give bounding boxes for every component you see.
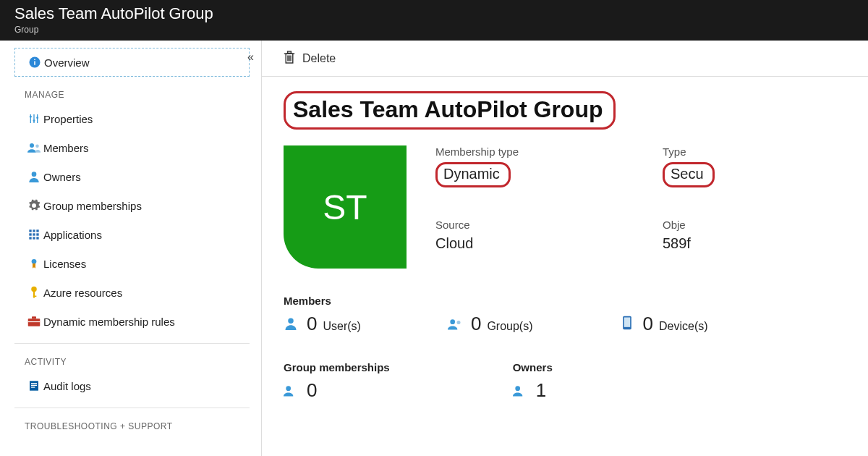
sidebar-item-group-memberships[interactable]: Group memberships [14, 191, 250, 220]
sidebar-item-label: Audit logs [43, 380, 91, 392]
stat-group-memberships[interactable]: 0 [284, 379, 390, 402]
svg-rect-42 [624, 318, 629, 327]
person-icon [25, 171, 43, 182]
sidebar-item-label: Owners [43, 171, 81, 183]
members-heading: Members [284, 295, 868, 307]
people-icon [448, 317, 462, 332]
svg-rect-29 [31, 383, 37, 384]
log-icon [25, 380, 43, 392]
prop-value: Dynamic [435, 162, 511, 187]
prop-type: Type Secu [663, 145, 868, 204]
svg-rect-24 [33, 296, 37, 297]
key-icon [25, 286, 43, 299]
sidebar-item-overview[interactable]: Overview [14, 48, 250, 77]
user-icon [284, 316, 298, 331]
sidebar-item-label: Members [43, 142, 89, 154]
prop-label: Membership type [435, 145, 641, 158]
sliders-icon [25, 113, 43, 124]
properties-grid: Membership type Dynamic Type Secu Source… [435, 145, 868, 269]
stat-users[interactable]: 0 User(s) [284, 313, 361, 335]
toolbar: Delete [262, 41, 868, 77]
delete-button[interactable]: Delete [284, 51, 336, 67]
sidebar-section-activity: ACTIVITY [25, 357, 250, 367]
sidebar-item-owners[interactable]: Owners [14, 162, 250, 191]
svg-rect-15 [29, 233, 31, 235]
prop-label: Source [435, 219, 641, 231]
prop-label: Obje [663, 219, 868, 231]
stat-value: 0 [643, 313, 653, 335]
sidebar-section-manage: MANAGE [25, 90, 250, 100]
owners-heading: Owners [513, 361, 553, 373]
svg-point-7 [33, 119, 35, 122]
people-icon [25, 143, 43, 153]
prop-objectid: Obje 589f [663, 219, 868, 269]
group-memberships-heading: Group memberships [284, 361, 390, 373]
page-title: Sales Team AutoPilot Group [284, 91, 616, 130]
stat-value: 1 [536, 379, 546, 402]
svg-rect-18 [29, 237, 31, 239]
briefcase-icon [25, 316, 43, 326]
svg-rect-30 [31, 385, 37, 386]
stat-value: 0 [471, 313, 481, 335]
grid-icon [25, 229, 43, 240]
svg-rect-12 [29, 229, 31, 232]
group-avatar-tile: ST [284, 145, 407, 269]
prop-value: 589f [663, 235, 868, 252]
device-icon [620, 316, 634, 330]
svg-rect-23 [33, 292, 35, 298]
sidebar-item-audit-logs[interactable]: Audit logs [14, 371, 250, 400]
stat-devices[interactable]: 0 Device(s) [620, 313, 708, 335]
members-stats-row: 0 User(s) 0 Group(s) 0 Device(s) [284, 313, 868, 335]
svg-rect-1 [34, 62, 35, 65]
svg-point-40 [456, 321, 460, 324]
svg-rect-16 [33, 233, 35, 235]
info-icon [25, 56, 44, 69]
svg-point-38 [288, 318, 294, 324]
sidebar-item-applications[interactable]: Applications [14, 220, 250, 249]
sidebar-item-members[interactable]: Members [14, 133, 250, 162]
license-icon [25, 258, 43, 269]
group-initials: ST [323, 187, 367, 227]
svg-point-39 [450, 319, 455, 324]
header-title: Sales Team AutoPilot Group [14, 4, 854, 23]
sidebar-section-troubleshoot: TROUBLESHOOTING + SUPPORT [25, 421, 250, 431]
prop-source: Source Cloud [435, 219, 641, 269]
divider [14, 343, 250, 344]
svg-rect-3 [30, 114, 31, 123]
svg-point-6 [30, 116, 32, 118]
stat-value: 0 [307, 313, 317, 335]
prop-membership-type: Membership type Dynamic [435, 145, 641, 204]
sidebar-item-licenses[interactable]: Licenses [14, 249, 250, 278]
svg-rect-20 [36, 237, 38, 239]
svg-point-22 [31, 287, 37, 292]
sidebar-item-properties[interactable]: Properties [14, 104, 250, 133]
svg-rect-4 [33, 114, 34, 123]
svg-rect-25 [28, 318, 41, 326]
sidebar-item-azure-resources[interactable]: Azure resources [14, 278, 250, 307]
stat-value: 0 [307, 379, 317, 402]
svg-rect-14 [36, 229, 38, 232]
header-subtitle: Group [14, 25, 854, 35]
gear-icon [25, 199, 43, 212]
stat-unit: Group(s) [487, 320, 532, 333]
sidebar-item-dynamic-rules[interactable]: Dynamic membership rules [14, 307, 250, 336]
svg-rect-37 [288, 51, 292, 53]
prop-value: Secu [663, 162, 715, 187]
delete-label: Delete [302, 52, 336, 65]
stat-groups[interactable]: 0 Group(s) [448, 313, 533, 335]
main-panel: Delete Sales Team AutoPilot Group ST Mem… [262, 41, 868, 456]
stat-owners[interactable]: 1 [513, 379, 553, 402]
stat-unit: Device(s) [659, 320, 708, 333]
svg-rect-26 [32, 316, 36, 318]
people-icon [513, 384, 527, 398]
svg-point-11 [32, 172, 37, 177]
svg-rect-27 [28, 321, 41, 322]
collapse-sidebar-button[interactable]: « [247, 51, 254, 64]
svg-point-8 [36, 117, 38, 119]
header-bar: Sales Team AutoPilot Group Group [0, 0, 868, 41]
svg-point-10 [35, 145, 39, 148]
sidebar-item-label: Applications [43, 229, 102, 241]
people-icon [284, 384, 298, 398]
sidebar-item-label: Licenses [43, 258, 86, 270]
sidebar: « Overview MANAGE Properties Members Own [0, 41, 262, 456]
